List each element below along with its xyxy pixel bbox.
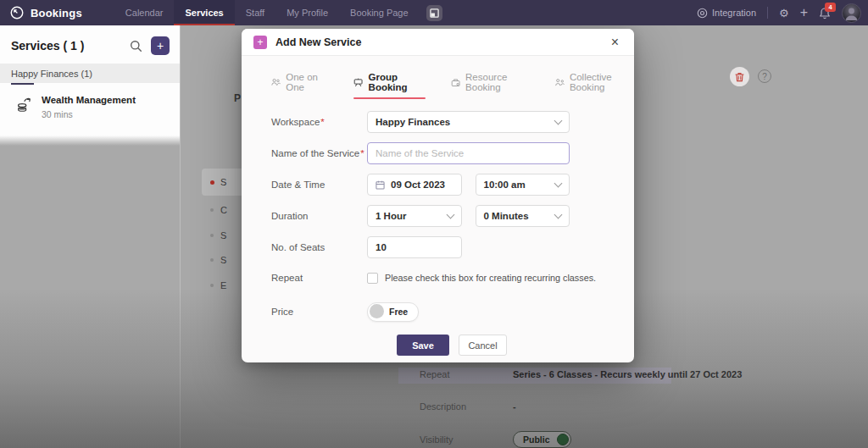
workspace-tab-happy-finances[interactable]: Happy Finances (1) — [0, 64, 180, 83]
red-bullet-icon — [210, 180, 214, 185]
repeat-checkbox[interactable] — [367, 273, 378, 284]
background-nav-item: S — [210, 230, 226, 241]
repeat-row: Repeat Please check this box for creatin… — [271, 270, 598, 285]
add-service-button[interactable]: + — [151, 36, 170, 55]
nav-item-calendar[interactable]: Calendar — [114, 0, 175, 25]
duration-minutes-select[interactable]: 0 Minutes — [476, 205, 570, 227]
seats-input[interactable]: 10 — [367, 236, 462, 258]
chevron-down-icon — [554, 179, 563, 187]
background-partial-text: P — [234, 92, 241, 104]
delete-service-icon — [730, 67, 749, 86]
cancel-button[interactable]: Cancel — [459, 335, 507, 356]
bullet-icon — [210, 284, 214, 287]
date-picker[interactable]: 09 Oct 2023 — [367, 174, 462, 196]
detail-row-visibility: Visibility Public — [420, 431, 571, 448]
seats-label: No. of Seats — [271, 242, 367, 252]
active-workspace-indicator — [11, 83, 34, 85]
workspace-row: Workspace* Happy Finances — [271, 111, 598, 133]
date-time-row: Date & Time 09 Oct 2023 10:00 am — [271, 174, 598, 196]
integration-icon — [697, 8, 708, 19]
quick-add-icon[interactable]: + — [800, 6, 808, 19]
add-service-modal-icon: + — [253, 36, 267, 49]
chevron-down-icon — [446, 210, 454, 218]
add-new-service-modal: + Add New Service × One on One Group Boo… — [242, 29, 634, 362]
nav-item-booking-page[interactable]: Booking Page — [339, 0, 420, 25]
required-marker: * — [320, 117, 324, 127]
add-service-form: Workspace* Happy Finances Name of the Se… — [271, 111, 598, 356]
modal-actions: Save Cancel — [397, 335, 598, 356]
modal-header: + Add New Service × — [242, 29, 634, 56]
service-type-tabs: One on One Group Booking Resource Bookin… — [271, 72, 634, 99]
help-icon: ? — [758, 69, 771, 83]
toggle-knob — [557, 434, 569, 445]
repeat-label: Repeat — [271, 273, 367, 283]
required-marker: * — [360, 148, 364, 158]
duration-label: Duration — [271, 211, 367, 221]
service-name-row: Name of the Service* — [271, 142, 598, 164]
nav-item-my-profile[interactable]: My Profile — [275, 0, 339, 25]
tab-collective-booking[interactable]: Collective Booking — [555, 72, 634, 99]
workspace-label: Workspace* — [271, 117, 367, 127]
detail-row-description: Description - — [420, 401, 516, 412]
calendar-icon — [376, 180, 385, 190]
bullet-icon — [210, 258, 214, 262]
service-list-item[interactable]: Wealth Management 30 mins — [0, 83, 180, 119]
workspace-tab-label: Happy Finances (1) — [11, 69, 92, 79]
service-duration: 30 mins — [42, 109, 136, 119]
top-nav-menu: Calendar Services Staff My Profile Booki… — [114, 0, 420, 25]
notifications-bell-icon[interactable]: 4 — [819, 7, 831, 19]
modal-title: Add New Service — [275, 36, 608, 48]
topbar-divider — [767, 7, 768, 19]
wealth-service-icon — [14, 95, 33, 113]
close-icon[interactable]: × — [608, 34, 622, 51]
price-label: Price — [271, 307, 367, 317]
tab-resource-booking[interactable]: Resource Booking — [451, 72, 530, 99]
screen-share-icon[interactable] — [426, 5, 442, 21]
brand[interactable]: Bookings — [0, 5, 82, 20]
notification-badge: 4 — [825, 3, 836, 12]
nav-item-staff[interactable]: Staff — [235, 0, 275, 25]
sidebar-header: Services ( 1 ) + — [0, 25, 180, 64]
repeat-checkbox-text: Please check this box for creating recur… — [385, 273, 596, 283]
seats-row: No. of Seats 10 — [271, 236, 598, 258]
visibility-toggle: Public — [513, 431, 571, 448]
top-navigation-bar: Bookings Calendar Services Staff My Prof… — [0, 0, 868, 25]
duration-row: Duration 1 Hour 0 Minutes — [271, 205, 598, 227]
service-name-input[interactable] — [367, 142, 570, 164]
duration-hours-select[interactable]: 1 Hour — [367, 205, 462, 227]
tab-group-booking[interactable]: Group Booking — [353, 72, 425, 99]
chevron-down-icon — [554, 116, 563, 124]
background-nav-item: E — [210, 280, 226, 290]
price-free-toggle[interactable]: Free — [367, 302, 419, 322]
save-button[interactable]: Save — [397, 335, 449, 356]
price-toggle-label: Free — [389, 307, 408, 317]
bullet-icon — [210, 208, 214, 212]
integration-button[interactable]: Integration — [697, 8, 756, 19]
user-avatar[interactable] — [842, 3, 861, 23]
topbar-right-cluster: Integration ⚙ + 4 — [697, 0, 861, 25]
background-nav-item: S — [210, 255, 226, 265]
search-icon[interactable] — [130, 40, 142, 53]
price-row: Price Free — [271, 302, 598, 321]
bullet-icon — [210, 234, 214, 237]
nav-item-services[interactable]: Services — [174, 0, 234, 25]
workspace-select[interactable]: Happy Finances — [367, 111, 570, 133]
time-select[interactable]: 10:00 am — [476, 174, 570, 196]
brand-name: Bookings — [31, 7, 82, 19]
tab-one-on-one[interactable]: One on One — [271, 72, 328, 99]
service-name-label: Name of the Service* — [271, 148, 367, 158]
detail-row-repeat: Repeat Series - 6 Classes - Recurs weekl… — [420, 369, 742, 379]
app-window: Bookings Calendar Services Staff My Prof… — [0, 0, 868, 448]
chevron-down-icon — [554, 210, 563, 218]
sidebar-title: Services ( 1 ) — [11, 39, 130, 53]
toggle-knob — [370, 304, 384, 318]
service-name: Wealth Management — [42, 95, 136, 107]
bookings-logo-icon — [9, 5, 25, 20]
settings-gear-icon[interactable]: ⚙ — [779, 8, 789, 19]
date-time-label: Date & Time — [271, 180, 367, 190]
integration-label: Integration — [712, 8, 756, 18]
background-nav-item: C — [210, 205, 227, 215]
services-sidebar: Services ( 1 ) + Happy Finances (1) Weal… — [0, 25, 181, 448]
